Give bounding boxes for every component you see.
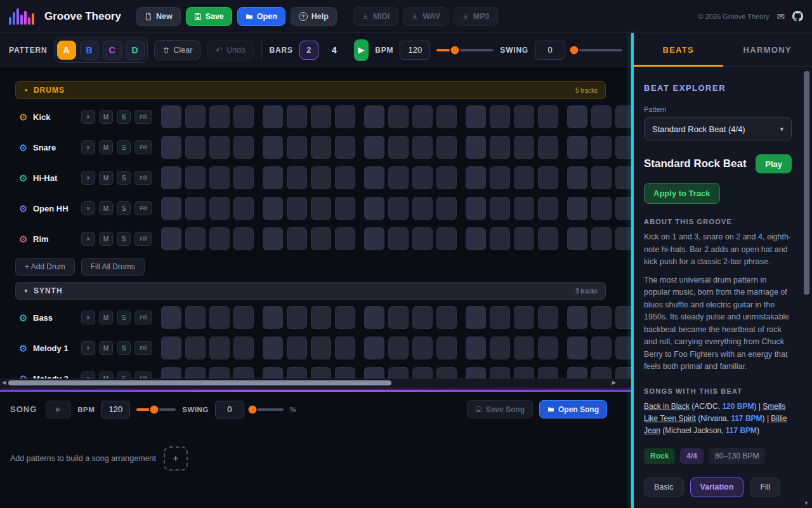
tab-beats[interactable]: BEATS	[634, 33, 723, 66]
track-delete-button[interactable]: ×	[81, 171, 95, 185]
step-cell[interactable]	[388, 367, 409, 378]
horizontal-scrollbar[interactable]: ◀ ▶	[0, 378, 631, 387]
track-settings-gear-icon[interactable]: ⚙	[19, 344, 33, 353]
new-button[interactable]: New	[136, 7, 181, 26]
step-cell[interactable]	[567, 337, 587, 359]
track-settings-gear-icon[interactable]: ⚙	[19, 313, 33, 323]
export-mp3-button[interactable]: MP3	[454, 7, 498, 26]
save-song-button[interactable]: Save Song	[467, 400, 533, 418]
step-cell[interactable]	[364, 337, 384, 359]
track-solo-button[interactable]: S	[117, 110, 131, 124]
step-cell[interactable]	[311, 166, 331, 189]
step-cell[interactable]	[185, 337, 206, 359]
track-solo-button[interactable]: S	[117, 201, 131, 215]
step-cell[interactable]	[436, 306, 457, 329]
step-cell[interactable]	[185, 227, 206, 250]
bpm-input[interactable]	[400, 41, 430, 60]
step-cell[interactable]	[591, 136, 612, 159]
track-delete-button[interactable]: ×	[81, 341, 95, 355]
track-fill-button[interactable]: Fill	[134, 232, 152, 246]
step-cell[interactable]	[161, 367, 181, 378]
step-cell[interactable]	[466, 166, 486, 189]
step-cell[interactable]	[466, 337, 486, 359]
step-cell[interactable]	[388, 337, 409, 359]
step-cell[interactable]	[591, 337, 612, 359]
track-delete-button[interactable]: ×	[81, 311, 95, 324]
step-cell[interactable]	[233, 166, 254, 189]
step-cell[interactable]	[466, 227, 486, 250]
step-cell[interactable]	[287, 227, 307, 250]
scroll-down-icon[interactable]: ▼	[804, 500, 809, 506]
song-link[interactable]: Back in Black	[644, 402, 690, 411]
step-cell[interactable]	[161, 105, 181, 128]
pattern-play-button[interactable]: ▶	[354, 39, 369, 61]
track-delete-button[interactable]: ×	[81, 110, 95, 124]
step-cell[interactable]	[514, 105, 534, 128]
track-mute-button[interactable]: M	[99, 140, 113, 154]
step-cell[interactable]	[591, 197, 612, 220]
step-cell[interactable]	[538, 337, 558, 359]
track-mute-button[interactable]: M	[99, 110, 113, 124]
step-cell[interactable]	[567, 105, 587, 128]
step-cell[interactable]	[263, 306, 283, 329]
bpm-slider-thumb[interactable]	[451, 46, 459, 54]
step-cell[interactable]	[209, 105, 230, 128]
track-fill-button[interactable]: Fill	[134, 140, 152, 154]
add-drum-button[interactable]: + Add Drum	[15, 258, 75, 276]
step-cell[interactable]	[364, 166, 384, 189]
apply-to-track-button[interactable]: Apply to Track	[644, 183, 720, 204]
step-cell[interactable]	[591, 105, 612, 128]
step-cell[interactable]	[185, 136, 206, 159]
track-mute-button[interactable]: M	[99, 341, 113, 355]
step-cell[interactable]	[311, 337, 331, 359]
step-cell[interactable]	[615, 227, 631, 250]
step-cell[interactable]	[233, 105, 254, 128]
step-cell[interactable]	[311, 306, 331, 329]
step-cell[interactable]	[311, 227, 331, 250]
track-mute-button[interactable]: M	[99, 371, 113, 378]
step-cell[interactable]	[185, 166, 206, 189]
step-cell[interactable]	[436, 337, 457, 359]
step-cell[interactable]	[233, 227, 254, 250]
step-cell[interactable]	[538, 166, 558, 189]
step-cell[interactable]	[233, 136, 254, 159]
step-cell[interactable]	[335, 197, 355, 220]
step-cell[interactable]	[591, 227, 612, 250]
step-cell[interactable]	[466, 136, 486, 159]
swing-slider-thumb[interactable]	[570, 46, 579, 54]
export-midi-button[interactable]: MIDI	[353, 7, 398, 26]
song-bpm-slider[interactable]	[136, 408, 176, 411]
step-cell[interactable]	[615, 136, 631, 159]
beat-play-button[interactable]: Play	[756, 154, 792, 173]
clear-button[interactable]: Clear	[154, 40, 201, 60]
step-cell[interactable]	[364, 136, 384, 159]
step-cell[interactable]	[388, 136, 409, 159]
step-cell[interactable]	[412, 367, 433, 378]
tab-harmony[interactable]: HARMONY	[723, 33, 812, 66]
song-swing-slider-thumb[interactable]	[249, 405, 257, 413]
step-cell[interactable]	[412, 197, 433, 220]
track-fill-button[interactable]: Fill	[134, 201, 152, 215]
step-cell[interactable]	[591, 367, 612, 378]
open-button[interactable]: Open	[237, 7, 285, 26]
step-cell[interactable]	[161, 197, 181, 220]
song-play-button[interactable]: ▶	[46, 401, 71, 418]
step-cell[interactable]	[209, 166, 230, 189]
step-cell[interactable]	[514, 136, 534, 159]
step-cell[interactable]	[490, 166, 510, 189]
track-solo-button[interactable]: S	[117, 311, 131, 324]
step-cell[interactable]	[490, 227, 510, 250]
step-cell[interactable]	[436, 197, 457, 220]
step-cell[interactable]	[490, 367, 510, 378]
step-cell[interactable]	[412, 105, 433, 128]
step-cell[interactable]	[209, 337, 230, 359]
scroll-left-icon[interactable]: ◀	[2, 380, 6, 385]
step-cell[interactable]	[161, 166, 181, 189]
step-cell[interactable]	[514, 166, 534, 189]
github-icon[interactable]	[792, 11, 803, 22]
step-cell[interactable]	[335, 227, 355, 250]
step-cell[interactable]	[263, 105, 283, 128]
step-cell[interactable]	[209, 136, 230, 159]
step-cell[interactable]	[388, 306, 409, 329]
step-cell[interactable]	[538, 197, 558, 220]
